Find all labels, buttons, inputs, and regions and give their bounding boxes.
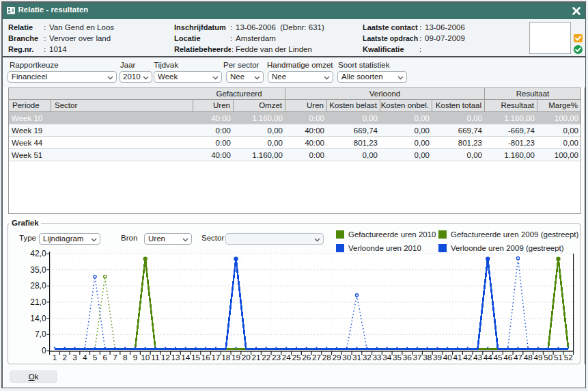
svg-text:21,0: 21,0	[30, 297, 46, 307]
svg-text:49: 49	[533, 353, 542, 362]
svg-text:28: 28	[322, 353, 332, 362]
svg-text:3: 3	[72, 353, 77, 362]
svg-text:34: 34	[382, 353, 392, 362]
svg-text:47: 47	[514, 353, 522, 362]
svg-text:43: 43	[473, 353, 483, 362]
svg-text:7,0: 7,0	[35, 329, 46, 339]
svg-text:35,0: 35,0	[30, 265, 46, 275]
svg-text:1: 1	[53, 353, 57, 362]
svg-text:37: 37	[412, 353, 421, 362]
svg-text:31: 31	[352, 353, 361, 362]
svg-text:18: 18	[221, 353, 231, 362]
svg-text:5: 5	[93, 353, 98, 362]
svg-text:23: 23	[272, 353, 281, 362]
svg-text:45: 45	[493, 353, 503, 362]
svg-text:13: 13	[171, 353, 180, 362]
svg-text:46: 46	[503, 353, 513, 362]
svg-text:2: 2	[62, 353, 67, 362]
svg-text:14,0: 14,0	[30, 314, 46, 323]
svg-text:17: 17	[211, 353, 220, 362]
svg-text:42,0: 42,0	[30, 249, 46, 258]
svg-text:22: 22	[262, 353, 270, 362]
svg-text:44: 44	[484, 353, 493, 362]
svg-text:15: 15	[191, 353, 201, 362]
svg-text:7: 7	[113, 353, 117, 362]
svg-text:20: 20	[242, 353, 251, 362]
svg-text:41: 41	[453, 353, 462, 362]
svg-text:4: 4	[83, 353, 87, 362]
svg-text:8: 8	[123, 353, 128, 362]
svg-text:30: 30	[342, 353, 352, 362]
svg-text:10: 10	[141, 353, 150, 362]
svg-text:35: 35	[393, 353, 402, 362]
svg-text:26: 26	[302, 353, 311, 362]
svg-text:42: 42	[463, 353, 472, 362]
svg-text:19: 19	[232, 353, 240, 362]
svg-text:39: 39	[433, 353, 442, 362]
svg-text:6: 6	[102, 353, 107, 362]
svg-text:40: 40	[443, 353, 453, 362]
svg-text:9: 9	[133, 353, 138, 362]
svg-text:27: 27	[312, 353, 321, 362]
svg-text:24: 24	[282, 353, 292, 362]
svg-text:12: 12	[161, 353, 170, 362]
svg-text:21: 21	[251, 353, 260, 362]
svg-text:38: 38	[423, 353, 432, 362]
svg-text:29: 29	[332, 353, 341, 362]
svg-text:14: 14	[181, 353, 191, 362]
svg-text:50: 50	[544, 353, 553, 362]
svg-text:25: 25	[292, 353, 301, 362]
svg-text:52: 52	[564, 353, 573, 362]
svg-text:11: 11	[151, 353, 159, 362]
svg-text:51: 51	[554, 353, 563, 362]
svg-text:32: 32	[363, 353, 372, 362]
svg-text:36: 36	[403, 353, 412, 362]
svg-text:33: 33	[372, 353, 382, 362]
svg-text:28,0: 28,0	[30, 281, 46, 291]
svg-text:48: 48	[524, 353, 533, 362]
svg-text:16: 16	[201, 353, 211, 362]
svg-text:0: 0	[42, 346, 46, 355]
